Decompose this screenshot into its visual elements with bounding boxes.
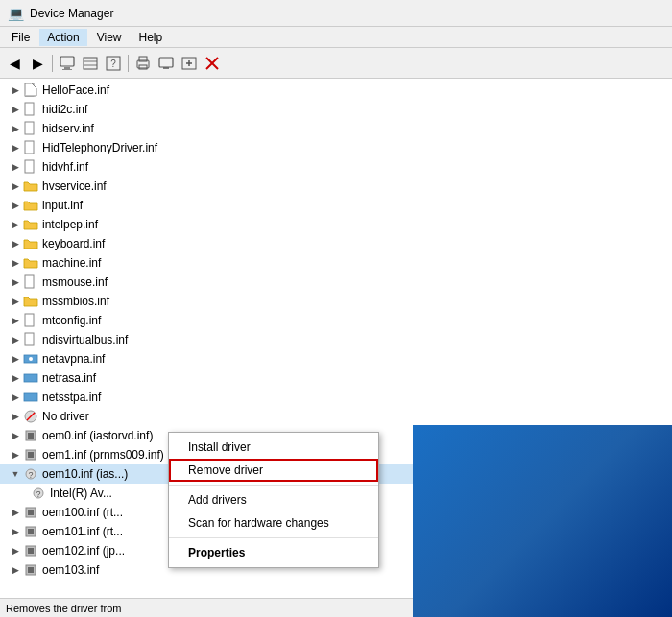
svg-rect-22 — [25, 160, 34, 173]
tree-item[interactable]: ▶ msmouse.inf — [0, 273, 672, 292]
tree-item[interactable]: ▶ input.inf — [0, 196, 672, 215]
remove-button[interactable] — [202, 53, 223, 74]
svg-text:?: ? — [110, 59, 116, 69]
chip-icon — [23, 543, 38, 558]
add-driver-button[interactable] — [179, 53, 200, 74]
tree-item[interactable]: ▶ HelloFace.inf — [0, 81, 672, 100]
item-label: hvservice.inf — [42, 179, 107, 193]
svg-rect-23 — [25, 275, 34, 288]
item-label: oem103.inf — [42, 563, 99, 577]
svg-rect-29 — [24, 393, 37, 401]
tree-item[interactable]: ▶ hidvhf.inf — [0, 157, 672, 177]
chip-icon — [23, 524, 38, 539]
expand-icon: ▶ — [8, 351, 23, 367]
tree-item[interactable]: ▶ netsstpa.inf — [0, 388, 672, 407]
item-label: msmouse.inf — [42, 275, 108, 289]
item-label: intelpep.inf — [42, 218, 98, 231]
toolbar-sep-1 — [52, 55, 53, 72]
ctx-scan-hardware[interactable]: Scan for hardware changes — [169, 511, 378, 534]
expand-icon: ▶ — [8, 83, 23, 98]
display-button[interactable] — [156, 53, 177, 74]
tree-item[interactable]: ▶ HidTelephonyDriver.inf — [0, 138, 672, 157]
expand-icon: ▶ — [8, 236, 23, 251]
tree-item[interactable]: ▶ ndisvirtualbus.inf — [0, 330, 672, 349]
expand-icon: ▶ — [8, 159, 23, 175]
tree-item[interactable]: ▶ intelpep.inf — [0, 215, 672, 234]
item-label: Intel(R) Av... — [50, 486, 112, 500]
ctx-add-drivers[interactable]: Add drivers — [169, 488, 378, 511]
expand-icon: ▶ — [8, 121, 23, 136]
expand-icon: ▶ — [8, 447, 23, 463]
chip-icon — [23, 562, 38, 578]
ctx-install-driver[interactable]: Install driver — [169, 436, 378, 459]
folder-icon — [23, 255, 38, 271]
back-button[interactable]: ◀ — [4, 53, 25, 74]
folder-icon — [23, 198, 38, 213]
item-label: oem10.inf (ias...) — [42, 467, 128, 481]
list-button[interactable] — [80, 53, 101, 74]
svg-rect-35 — [28, 452, 34, 458]
svg-text:?: ? — [36, 489, 40, 499]
tree-item[interactable]: ▶ netrasa.inf — [0, 368, 672, 388]
item-label: input.inf — [42, 199, 83, 212]
svg-rect-3 — [84, 58, 97, 69]
status-text: Removes the driver from — [6, 603, 121, 614]
expand-icon: ▶ — [8, 274, 23, 290]
tree-item[interactable]: ▶ mtconfig.inf — [0, 311, 672, 330]
file-icon — [23, 159, 38, 175]
item-label: oem100.inf (rt... — [42, 506, 123, 519]
tree-item[interactable]: ▶ keyboard.inf — [0, 234, 672, 253]
svg-rect-11 — [159, 58, 173, 67]
tree-item[interactable]: ▶ No driver — [0, 407, 672, 426]
file-icon — [23, 274, 38, 290]
chip-icon — [23, 505, 38, 520]
tree-item[interactable]: ▶ hvservice.inf — [0, 177, 672, 196]
expand-icon: ▶ — [8, 505, 23, 520]
tree-item[interactable]: ▶ hidserv.inf — [0, 119, 672, 138]
ctx-remove-driver[interactable]: Remove driver — [169, 459, 378, 482]
forward-button[interactable]: ▶ — [27, 53, 48, 74]
svg-rect-45 — [28, 548, 34, 554]
menu-help[interactable]: Help — [132, 29, 171, 46]
item-label: HelloFace.inf — [42, 83, 109, 97]
file-icon — [23, 83, 38, 98]
tree-item[interactable]: ▶ netavpna.inf — [0, 349, 672, 368]
expand-icon: ▶ — [8, 562, 23, 578]
item-label: mssmbios.inf — [42, 295, 109, 308]
item-label: netsstpa.inf — [42, 391, 101, 404]
ctx-separator-2 — [169, 537, 378, 538]
svg-rect-0 — [60, 57, 74, 66]
menu-view[interactable]: View — [89, 29, 130, 46]
chip-icon: ? — [31, 486, 46, 501]
network-icon — [23, 390, 38, 405]
svg-rect-20 — [25, 122, 34, 134]
expand-icon: ▼ — [8, 466, 23, 482]
expand-icon: ▶ — [8, 217, 23, 232]
file-icon — [23, 140, 38, 155]
expand-icon: ▶ — [8, 524, 23, 539]
item-label: oem1.inf (prnms009.inf) — [42, 448, 164, 462]
svg-rect-2 — [62, 69, 72, 70]
menu-action[interactable]: Action — [39, 29, 86, 46]
folder-icon — [23, 294, 38, 309]
item-label: hidi2c.inf — [42, 103, 87, 116]
tree-item[interactable]: ▶ machine.inf — [0, 253, 672, 273]
ctx-properties[interactable]: Properties — [169, 541, 378, 564]
item-label: hidvhf.inf — [42, 160, 88, 174]
svg-text:?: ? — [28, 470, 33, 480]
print-button[interactable] — [132, 53, 154, 74]
status-bar: Removes the driver from — [0, 598, 413, 617]
help-button[interactable]: ? — [103, 53, 124, 74]
svg-rect-24 — [25, 314, 34, 326]
computer-button[interactable] — [57, 53, 78, 74]
tree-item[interactable]: ▶ mssmbios.inf — [0, 292, 672, 311]
svg-rect-28 — [24, 374, 37, 382]
folder-icon — [23, 236, 38, 251]
item-label: netavpna.inf — [42, 352, 105, 366]
item-label: No driver — [42, 410, 89, 423]
menu-bar: File Action View Help — [0, 27, 672, 48]
tree-item[interactable]: ▶ hidi2c.inf — [0, 100, 672, 119]
item-label: oem102.inf (jp... — [42, 544, 125, 558]
file-icon — [23, 121, 38, 136]
menu-file[interactable]: File — [4, 29, 37, 46]
